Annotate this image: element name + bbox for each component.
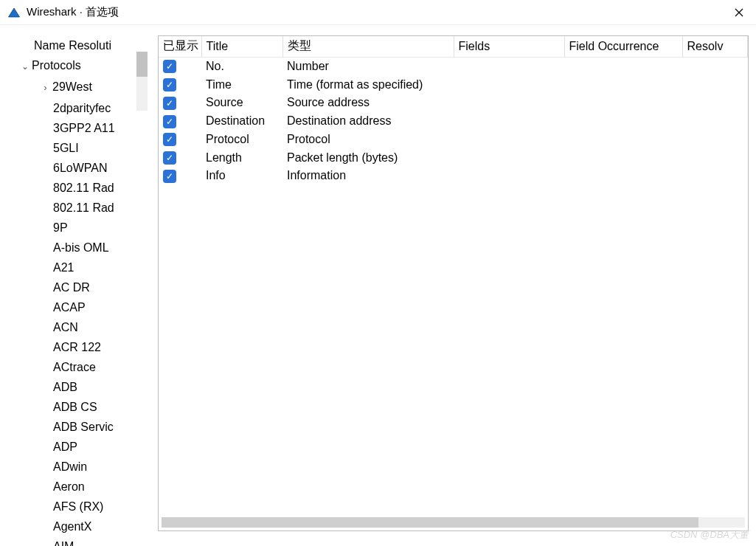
tree-item-label: AFS (RX) — [53, 500, 103, 513]
cell-empty — [564, 57, 682, 75]
table-row[interactable]: ✓ProtocolProtocol — [159, 131, 748, 149]
horizontal-scrollbar-track[interactable] — [162, 517, 745, 528]
cell-empty — [564, 167, 682, 185]
tree-item-label: Aeron — [53, 480, 85, 493]
cell-empty — [564, 75, 682, 94]
cell-type: Time (format as specified) — [282, 75, 454, 94]
tree-item-label: 29West — [52, 80, 92, 93]
tree-item[interactable]: ADwin — [6, 457, 148, 477]
table-row[interactable]: ✓SourceSource address — [159, 94, 748, 112]
tree-item[interactable]: ACR 122 — [6, 337, 148, 357]
tree-item-label: 9P — [53, 221, 68, 234]
tree-item-label: ADwin — [53, 460, 87, 473]
tree-item-label: ACAP — [53, 301, 86, 314]
cell-title: No. — [201, 57, 282, 75]
cell-type: Destination address — [282, 112, 454, 131]
tree-item-label: ACR 122 — [53, 341, 101, 353]
tree-item[interactable]: AFS (RX) — [6, 497, 148, 516]
tree-item[interactable]: ⌄Protocols — [6, 55, 148, 77]
columns-table: 已显示 Title 类型 Fields Field Occurrence Res… — [159, 36, 748, 185]
tree-item[interactable]: 802.11 Rad — [6, 198, 148, 218]
tree-item-label: Protocols — [32, 59, 81, 72]
col-header-fields[interactable]: Fields — [454, 36, 564, 57]
cell-type: Packet length (bytes) — [282, 148, 454, 167]
horizontal-scrollbar-thumb[interactable] — [162, 517, 698, 528]
tree-item-label: 802.11 Rad — [53, 182, 114, 194]
table-row[interactable]: ✓TimeTime (format as specified) — [159, 75, 748, 94]
tree-item-label: ACN — [53, 321, 78, 334]
tree-item-label: ADB CS — [53, 401, 97, 413]
tree-item[interactable]: 6LoWPAN — [6, 158, 148, 178]
table-row[interactable]: ✓No.Number — [159, 57, 748, 75]
cell-empty — [682, 57, 748, 75]
col-header-occurrence[interactable]: Field Occurrence — [564, 36, 682, 57]
table-header-row: 已显示 Title 类型 Fields Field Occurrence Res… — [159, 36, 748, 57]
table-row[interactable]: ✓InfoInformation — [159, 167, 748, 185]
wireshark-icon — [7, 6, 21, 19]
cell-empty — [454, 148, 564, 167]
tree-item-label: A-bis OML — [53, 241, 109, 254]
table-row[interactable]: ✓LengthPacket length (bytes) — [159, 148, 748, 167]
chevron-down-icon[interactable]: ⌄ — [21, 57, 29, 77]
tree-item[interactable]: ADB — [6, 377, 148, 397]
tree-item[interactable]: ADB CS — [6, 397, 148, 417]
checkbox-checked-icon[interactable]: ✓ — [163, 97, 176, 110]
tree-item[interactable]: ACAP — [6, 297, 148, 317]
titlebar: Wireshark · 首选项 — [0, 0, 756, 25]
table-row[interactable]: ✓DestinationDestination address — [159, 112, 748, 131]
tree-item-label: ADB — [53, 381, 77, 393]
tree-item-label: 5GLI — [53, 142, 79, 154]
checkbox-checked-icon[interactable]: ✓ — [163, 78, 176, 91]
tree-item[interactable]: 2dparityfec — [6, 98, 148, 118]
tree-item[interactable]: ACtrace — [6, 357, 148, 377]
tree-item[interactable]: AgentX — [6, 516, 148, 536]
cell-empty — [682, 75, 748, 94]
tree-item[interactable]: 5GLI — [6, 138, 148, 158]
tree-item-label: 2dparityfec — [53, 102, 111, 114]
cell-title: Source — [201, 94, 282, 112]
cell-title: Length — [201, 148, 282, 167]
tree-item-label: AgentX — [53, 520, 91, 533]
cell-empty — [682, 112, 748, 131]
chevron-right-icon[interactable]: › — [41, 78, 49, 98]
tree-item[interactable]: ADB Servic — [6, 417, 148, 437]
col-header-resolved[interactable]: Resolv — [682, 36, 748, 57]
cell-title: Info — [201, 167, 282, 185]
col-header-type[interactable]: 类型 — [282, 36, 454, 57]
tree-item[interactable]: 802.11 Rad — [6, 178, 148, 198]
col-header-title[interactable]: Title — [201, 36, 282, 57]
cell-empty — [564, 112, 682, 131]
tree-item-label: 802.11 Rad — [53, 201, 114, 214]
tree-item-label: A21 — [53, 261, 74, 274]
tree-item[interactable]: A-bis OML — [6, 238, 148, 258]
tree-item[interactable]: ›29West — [6, 77, 148, 98]
tree-item-label: AC DR — [53, 281, 90, 294]
cell-title: Protocol — [201, 131, 282, 149]
tree-item-label: ADP — [53, 440, 77, 453]
window-title: Wireshark · 首选项 — [27, 5, 119, 19]
checkbox-checked-icon[interactable]: ✓ — [163, 115, 176, 128]
tree-item[interactable]: Aeron — [6, 477, 148, 497]
cell-empty — [682, 94, 748, 112]
tree-item[interactable]: ADP — [6, 437, 148, 457]
tree-item[interactable]: 9P — [6, 218, 148, 238]
tree-item[interactable]: Name Resoluti — [6, 35, 148, 55]
sidebar: Name Resoluti⌄Protocols›29West2dparityfe… — [0, 35, 148, 546]
checkbox-checked-icon[interactable]: ✓ — [163, 170, 176, 183]
tree-item[interactable]: ACN — [6, 317, 148, 337]
cell-title: Time — [201, 75, 282, 94]
checkbox-checked-icon[interactable]: ✓ — [163, 60, 176, 73]
col-header-displayed[interactable]: 已显示 — [159, 36, 201, 57]
tree-item-label: Name Resoluti — [34, 39, 111, 52]
tree-item[interactable]: AC DR — [6, 277, 148, 297]
close-button[interactable] — [722, 0, 756, 25]
sidebar-scrollbar-thumb[interactable] — [136, 52, 148, 77]
checkbox-checked-icon[interactable]: ✓ — [163, 133, 176, 146]
checkbox-checked-icon[interactable]: ✓ — [163, 151, 176, 165]
tree-item[interactable]: 3GPP2 A11 — [6, 118, 148, 138]
tree-item[interactable]: AIM — [6, 536, 148, 546]
tree-item[interactable]: A21 — [6, 258, 148, 277]
cell-empty — [454, 112, 564, 131]
protocol-tree[interactable]: Name Resoluti⌄Protocols›29West2dparityfe… — [0, 35, 148, 546]
cell-empty — [454, 167, 564, 185]
